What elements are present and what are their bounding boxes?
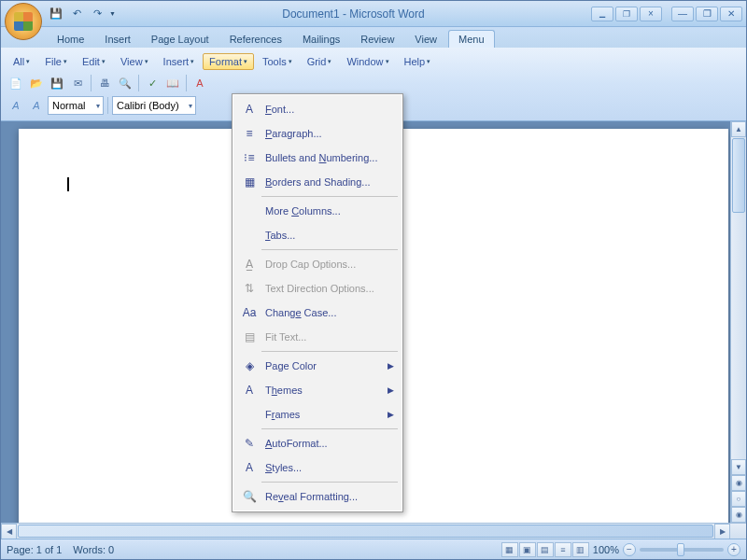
menu-item-more-columns[interactable]: More Columns... (235, 199, 400, 223)
style-combo[interactable]: Normal (48, 96, 104, 115)
vertical-scrollbar[interactable]: ▲ ▼ ◉ ○ ◉ (730, 121, 746, 523)
prev-page-icon[interactable]: ◉ (731, 475, 746, 491)
tab-review[interactable]: Review (351, 31, 403, 48)
separator (107, 97, 108, 114)
scroll-thumb[interactable] (732, 138, 745, 213)
office-button[interactable] (5, 3, 42, 40)
menu-item-icon: ◈ (241, 357, 258, 374)
menu-item-text-direction-options: ⇅Text Direction Options... (235, 276, 400, 301)
print-icon[interactable]: 🖶 (95, 74, 114, 92)
menu-item-autoformat[interactable]: ✎AutoFormat... (235, 431, 400, 455)
spellcheck-icon[interactable]: ✓ (143, 74, 162, 92)
menu-all[interactable]: All ▾ (7, 53, 36, 70)
scroll-up-icon[interactable]: ▲ (731, 121, 746, 137)
qat-dropdown-icon[interactable]: ▼ (109, 10, 116, 17)
menu-item-label: Themes (265, 385, 303, 396)
minimize-button[interactable]: — (671, 7, 694, 21)
tab-view[interactable]: View (405, 31, 446, 48)
menu-item-fit-text: ▤Fit Text... (235, 325, 400, 349)
menu-separator (261, 351, 398, 352)
print-layout-icon[interactable]: ▦ (501, 542, 518, 557)
menu-item-label: Bullets and Numbering... (265, 152, 377, 163)
menu-separator (261, 196, 398, 197)
zoom-in-button[interactable]: + (727, 543, 740, 556)
save-icon[interactable]: 💾 (48, 6, 64, 22)
menu-item-label: Borders and Shading... (265, 176, 371, 188)
undo-icon[interactable]: ↶ (68, 6, 85, 22)
menu-help[interactable]: Help ▾ (398, 53, 438, 70)
restore-button[interactable]: ❐ (696, 7, 718, 21)
menu-item-icon: A (241, 101, 258, 118)
zoom-slider[interactable] (640, 548, 724, 552)
scroll-right-icon[interactable]: ▶ (714, 524, 730, 539)
page-status[interactable]: Page: 1 of 1 (7, 544, 62, 555)
menu-item-bullets-and-numbering[interactable]: ⁝≡Bullets and Numbering... (235, 146, 400, 170)
next-page-icon[interactable]: ◉ (731, 507, 746, 523)
tab-home[interactable]: Home (48, 31, 93, 48)
draft-icon[interactable]: ▥ (572, 542, 589, 557)
open-icon[interactable]: 📂 (27, 74, 46, 92)
text-cursor (67, 177, 69, 191)
menu-item-reveal-formatting[interactable]: 🔍Reveal Formatting... (235, 484, 400, 509)
menu-item-page-color[interactable]: ◈Page Color▶ (235, 354, 400, 378)
browse-object-icon[interactable]: ○ (731, 491, 746, 507)
menu-item-paragraph[interactable]: ≡Paragraph... (235, 121, 400, 146)
menu-tools[interactable]: Tools ▾ (256, 53, 299, 70)
menu-separator (261, 482, 398, 483)
new-icon[interactable]: 📄 (7, 74, 25, 92)
tab-mailings[interactable]: Mailings (293, 31, 349, 48)
scroll-down-icon[interactable]: ▼ (731, 459, 746, 475)
close-button[interactable]: ✕ (720, 7, 742, 21)
zoom-level[interactable]: 100% (593, 544, 619, 555)
zoom-slider-thumb[interactable] (677, 543, 684, 556)
menu-item-themes[interactable]: AThemes▶ (235, 378, 400, 402)
menu-item-icon (241, 203, 258, 219)
menu-item-icon: ▤ (241, 329, 258, 345)
menu-format[interactable]: Format ▾ (203, 53, 254, 70)
tab-insert[interactable]: Insert (95, 31, 140, 48)
mail-icon[interactable]: ✉ (68, 74, 87, 92)
styles-icon[interactable]: A (7, 96, 25, 115)
menu-item-styles[interactable]: AStyles... (235, 455, 400, 480)
menu-grid[interactable]: Grid ▾ (301, 53, 339, 70)
word-count[interactable]: Words: 0 (73, 544, 114, 555)
menu-window[interactable]: Window ▾ (340, 53, 395, 70)
format-painter-icon[interactable]: A (27, 96, 46, 115)
tab-page-layout[interactable]: Page Layout (142, 31, 218, 48)
zoom-out-button[interactable]: − (623, 543, 636, 556)
menu-item-icon: A̲ (241, 256, 258, 273)
menu-item-change-case[interactable]: AaChange Case... (235, 301, 400, 325)
outline-icon[interactable]: ≡ (555, 542, 571, 557)
doc-restore-button[interactable]: ❐ (615, 7, 638, 21)
hscroll-thumb[interactable] (18, 525, 713, 538)
menu-file[interactable]: File ▾ (38, 53, 74, 70)
menu-item-borders-and-shading[interactable]: ▦Borders and Shading... (235, 170, 400, 194)
menu-insert[interactable]: Insert ▾ (157, 53, 202, 70)
ribbon-tabs: HomeInsertPage LayoutReferencesMailingsR… (1, 27, 746, 48)
menu-view[interactable]: View ▾ (114, 53, 155, 70)
tab-menu[interactable]: Menu (448, 30, 495, 48)
titlebar: 💾 ↶ ↷ ▼ Document1 - Microsoft Word ▁ ❐ ×… (1, 1, 746, 27)
menu-item-tabs[interactable]: Tabs... (235, 223, 400, 247)
doc-close-button[interactable]: × (640, 7, 662, 21)
fullscreen-icon[interactable]: ▣ (519, 542, 536, 557)
scroll-left-icon[interactable]: ◀ (1, 524, 17, 539)
classic-menubar: All ▾File ▾Edit ▾View ▾Insert ▾Format ▾T… (7, 51, 740, 72)
web-layout-icon[interactable]: ▤ (537, 542, 554, 557)
preview-icon[interactable]: 🔍 (116, 74, 134, 92)
menu-item-label: AutoFormat... (265, 438, 328, 449)
research-icon[interactable]: 📖 (163, 74, 182, 92)
font-value: Calibri (Body) (117, 100, 179, 111)
menu-item-font[interactable]: AFont... (235, 97, 400, 121)
font-icon[interactable]: A (190, 74, 209, 92)
toolbar-row-1: 📄 📂 💾 ✉ 🖶 🔍 ✓ 📖 A (7, 72, 740, 94)
quick-access-toolbar: 💾 ↶ ↷ ▼ (48, 6, 116, 22)
font-combo[interactable]: Calibri (Body) (112, 96, 196, 115)
redo-icon[interactable]: ↷ (89, 6, 106, 22)
menu-item-frames[interactable]: Frames▶ (235, 402, 400, 427)
save-icon[interactable]: 💾 (48, 74, 66, 92)
menu-edit[interactable]: Edit ▾ (76, 53, 112, 70)
doc-minimize-button[interactable]: ▁ (591, 7, 613, 21)
tab-references[interactable]: References (220, 31, 291, 48)
horizontal-scrollbar[interactable]: ◀ ▶ (1, 523, 746, 539)
